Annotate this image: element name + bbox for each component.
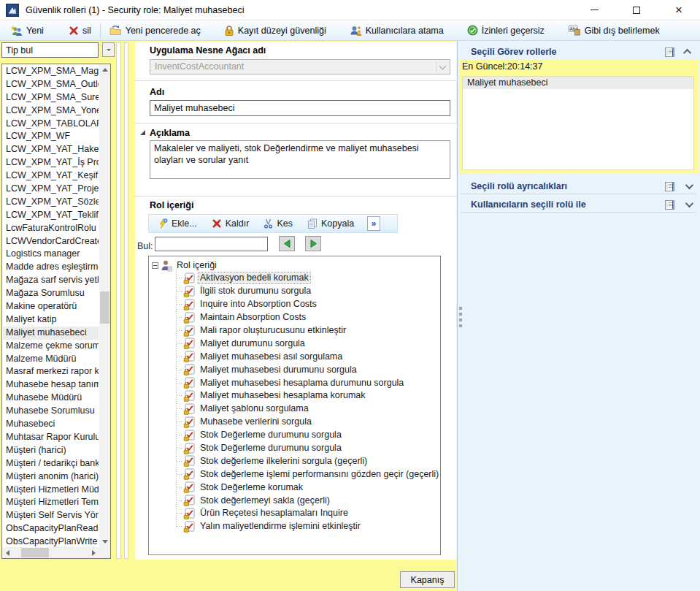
role-list-item[interactable]: Maliyet muhasebeci (3, 327, 99, 340)
role-list-item[interactable]: LCWVendorCardCreate (3, 235, 99, 248)
splitter-left[interactable] (116, 42, 121, 559)
role-list-item[interactable]: LCW_XPM_SMA_Surec (3, 91, 99, 104)
role-list-item[interactable]: LCW_XPM_TABLOLAR (3, 118, 99, 131)
vertical-scroll-thumb[interactable] (100, 291, 109, 324)
maximize-button[interactable] (615, 0, 658, 20)
role-list-item[interactable]: LCW_XPM_SMA_Outlet (3, 78, 99, 91)
task-role-item[interactable]: Maliyet muhasebeci (463, 77, 693, 89)
role-list-item[interactable]: Malzeme çekme sorumlu (3, 340, 99, 353)
splitter-left-2[interactable] (124, 42, 128, 559)
role-list-item[interactable]: Müşteri anonim (harici) (3, 470, 99, 484)
role-list-item[interactable]: Logistics manager (3, 248, 99, 261)
privilege-tree-item[interactable]: Inquire into Absorption Costs (149, 298, 440, 311)
description-input[interactable]: Makaleler ve maliyeti, stok Değerlendirm… (150, 140, 450, 179)
privilege-tree-item[interactable]: Mali rapor oluşturucusunu etkinleştir (149, 324, 440, 338)
privilege-tree-item[interactable]: Ürün Reçetesi hesaplamaları Inquire (149, 507, 440, 520)
scroll-right-button[interactable] (88, 547, 99, 558)
toolbar-overflow-button[interactable]: » (367, 216, 380, 231)
new-button[interactable]: Yeni (7, 23, 47, 38)
copy-button[interactable]: Kopyala (307, 218, 354, 229)
role-list-item[interactable]: Müşteri Hizmetleri Müdü (3, 484, 99, 497)
close-button[interactable]: × (658, 0, 700, 20)
role-list-item[interactable]: Müşteri Self Servis Yöneti (3, 509, 99, 522)
find-input[interactable] (155, 237, 268, 251)
privilege-tree-item[interactable]: Stok değerleme işlemi performansını gözd… (149, 468, 440, 481)
role-list-item[interactable]: LCW_XPM_YAT_Sözleşm (3, 196, 99, 209)
role-list-item[interactable]: Madde adres eşleştirmele (3, 261, 99, 274)
privilege-tree-item[interactable]: Maliyet şablonu sorgulama (149, 403, 440, 416)
role-list-item[interactable]: Müşteri / tedarikçi banka (3, 457, 99, 470)
privilege-tree-item[interactable]: Stok Değerleme durumunu sorgula (149, 429, 440, 442)
role-list-item[interactable]: LCW_XPM_YAT_Teklif-İh (3, 209, 99, 222)
role-list-item[interactable]: Muhasebeci (3, 418, 99, 431)
filter-dropdown-button[interactable] (102, 42, 115, 57)
assign-to-users-button[interactable]: Kullanıcılara atama (347, 23, 447, 38)
privilege-tree-item[interactable]: Maliyet durumunu sorgula (149, 337, 440, 350)
remove-button[interactable]: Kaldır (212, 218, 250, 229)
tree-root-row[interactable]: Rol içeriği (149, 259, 440, 272)
role-list-item[interactable]: LCW_XPM_YAT_Hakediş (3, 143, 99, 156)
privilege-tree-item[interactable]: Maintain Absorption Costs (149, 311, 440, 324)
privilege-tree-item[interactable]: Stok Değerleme korumak (149, 481, 440, 494)
override-permissions-button[interactable]: İzinleri geçersiz (464, 23, 547, 37)
dock-panel-icon[interactable] (664, 47, 675, 58)
role-list-item[interactable]: Müşteri (harici) (3, 444, 99, 457)
chevron-up-icon[interactable] (683, 49, 691, 57)
record-level-security-button[interactable]: Kayıt düzeyi güvenliği (221, 23, 329, 38)
aot-name-combo[interactable]: InventCostAccountant (150, 59, 450, 75)
privilege-tree-item[interactable]: Maliyet muhasebesi durumunu sorgula (149, 363, 440, 376)
privileges-section-header[interactable]: Seçili rolü ayrıcalıkları (459, 179, 699, 194)
open-new-window-button[interactable]: Yeni pencerede aç (107, 23, 204, 37)
role-list-item[interactable]: LCW_XPM_SMA_Yonetim (3, 104, 99, 118)
privilege-tree-item[interactable]: Maliyet muhasebesi hesaplama korumak (149, 389, 440, 403)
role-list-item[interactable]: Muhtasar Rapor Kurulum (3, 431, 99, 444)
horizontal-scroll-thumb[interactable] (21, 548, 49, 557)
task-roles-section-header[interactable]: Seçili Görev rollerle (459, 45, 699, 59)
privilege-tree-item[interactable]: Muhasebe verilerini sorgula (149, 416, 440, 429)
role-list-item[interactable]: Muhasebe Müdürü (3, 392, 99, 405)
privilege-tree-item[interactable]: Stok Değerleme durumunu sorgula (149, 442, 440, 455)
role-list-item[interactable]: Mağaza Sorumlusu (3, 287, 99, 300)
role-list-item[interactable]: Malzeme Müdürü (3, 353, 99, 366)
role-list-item[interactable]: LCW_XPM_YAT_Proje Yö (3, 183, 99, 196)
chevron-down-icon[interactable] (685, 181, 693, 189)
collapse-triangle-icon[interactable] (140, 130, 145, 135)
panel-splitter-grip[interactable] (459, 307, 462, 327)
privilege-tree-item[interactable]: Stok değerleme ilkelerini sorgula (geçer… (149, 454, 440, 468)
close-form-button[interactable]: Kapanış (400, 571, 455, 588)
scroll-left-button[interactable] (2, 547, 13, 558)
role-list-item[interactable]: LCW_XPM_SMA_Magaza (3, 65, 99, 78)
set-up-as-button[interactable]: Abc Gibi dış belirlemek (565, 23, 663, 37)
cut-button[interactable]: Kes (264, 218, 293, 229)
role-list-item[interactable]: LCW_XPM_YAT_Keşif (3, 169, 99, 183)
dock-panel-icon[interactable] (664, 181, 675, 192)
role-list-item[interactable]: LCW_XPM_YAT_İş Progra (3, 156, 99, 169)
role-list-item[interactable]: Muhasebe Sorumlusu (3, 405, 99, 418)
add-button[interactable]: Ekle... (158, 218, 197, 229)
role-list-item[interactable]: ObsCapacityPlanWrite (3, 535, 99, 546)
role-list-item[interactable]: Masraf merkezi rapor kul (3, 365, 99, 378)
dock-panel-icon[interactable] (664, 199, 675, 210)
role-list-item[interactable]: Müşteri Hizmetleri Temsi (3, 496, 99, 509)
chevron-down-icon[interactable] (685, 199, 693, 207)
role-list-item[interactable]: ObsCapacityPlanRead (3, 522, 99, 535)
role-list-item[interactable]: LcwFaturaKontrolRolu (3, 222, 99, 235)
privilege-tree-item[interactable]: Stok değerlemeyi sakla (geçerli) (149, 494, 440, 507)
delete-button[interactable]: sil (66, 24, 94, 37)
role-list-item[interactable]: Mağaza sarf servis yetkisi (3, 274, 99, 287)
find-previous-button[interactable] (279, 236, 295, 251)
role-list-item[interactable]: LCW_XPM_WF (3, 130, 99, 143)
role-list-item[interactable]: Muhasebe hesap tanımla (3, 378, 99, 392)
find-next-button[interactable] (305, 236, 321, 251)
name-input[interactable] (150, 100, 450, 116)
collapse-expander-icon[interactable] (152, 262, 158, 269)
role-list-item[interactable]: Makine operatörü (3, 300, 99, 313)
privilege-tree-item[interactable]: Yalın maliyetlendirme işlemini etkinleşt… (149, 520, 440, 533)
users-section-header[interactable]: Kullanıcıların seçili rolü ile (459, 197, 699, 212)
privilege-tree-item[interactable]: Maliyet muhasebesi hesaplama durumunu so… (149, 376, 440, 389)
role-list-vertical-scrollbar[interactable] (99, 64, 110, 547)
scroll-up-button[interactable] (99, 64, 110, 75)
role-list-item[interactable]: Maliyet katip (3, 313, 99, 327)
minimize-button[interactable] (573, 0, 615, 20)
scroll-down-button[interactable] (99, 536, 110, 547)
